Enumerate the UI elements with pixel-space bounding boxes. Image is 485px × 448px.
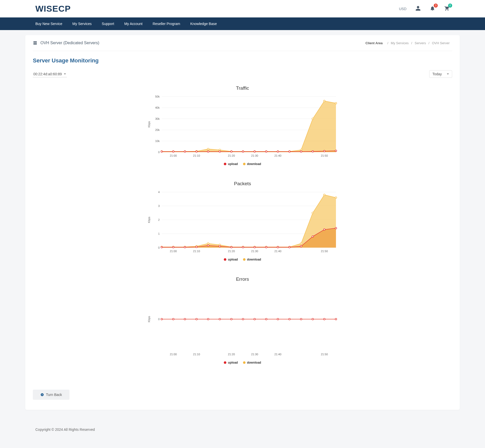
svg-point-98 [300, 245, 302, 247]
svg-point-89 [196, 246, 197, 248]
svg-point-141 [324, 318, 325, 320]
svg-point-140 [312, 318, 313, 320]
svg-point-37 [161, 151, 162, 152]
svg-text:21:30: 21:30 [251, 250, 258, 253]
svg-point-51 [324, 150, 325, 152]
turn-back-label: Turn Back [46, 393, 62, 397]
svg-point-36 [335, 102, 337, 104]
svg-point-129 [184, 318, 186, 320]
svg-text:20k: 20k [155, 128, 160, 131]
svg-rect-1 [33, 43, 37, 45]
svg-point-137 [277, 318, 279, 320]
svg-point-43 [231, 151, 232, 152]
breadcrumb-item-0[interactable]: My Services [391, 41, 409, 45]
svg-text:Kbps: Kbps [148, 217, 151, 223]
svg-text:3: 3 [158, 204, 160, 207]
svg-point-48 [289, 151, 290, 152]
logo[interactable]: WISECP [35, 4, 71, 14]
mac-address-select[interactable]: 00:22:4d:a0:60:89 [33, 71, 67, 77]
user-icon[interactable] [415, 6, 421, 12]
turn-back-button[interactable]: Turn Back [33, 390, 69, 400]
svg-point-26 [219, 149, 221, 151]
svg-text:0: 0 [158, 318, 160, 321]
svg-text:21:10: 21:10 [193, 353, 200, 356]
svg-text:10k: 10k [155, 139, 160, 143]
svg-point-135 [254, 318, 255, 320]
breadcrumb-item-1[interactable]: Servers [415, 41, 426, 45]
svg-point-50 [312, 151, 313, 152]
svg-point-84 [324, 194, 325, 196]
breadcrumb: Client Area /My Services/Servers/OVH Ser… [364, 41, 452, 45]
svg-point-93 [242, 246, 244, 248]
currency-selector[interactable]: USD [399, 7, 406, 11]
svg-text:0: 0 [158, 151, 160, 154]
server-icon [33, 41, 37, 45]
svg-point-46 [265, 151, 267, 152]
period-select[interactable]: Today [429, 70, 452, 78]
svg-text:21:20: 21:20 [228, 250, 235, 253]
breadcrumb-item-2[interactable]: OVH Server [432, 41, 450, 45]
svg-point-40 [196, 151, 197, 152]
svg-point-134 [242, 318, 244, 320]
svg-text:Kbps: Kbps [148, 121, 151, 128]
nav-item-4[interactable]: Reseller Program [153, 17, 180, 30]
svg-point-82 [300, 243, 302, 244]
notification-badge: 3 [434, 4, 438, 8]
cart-icon[interactable]: 0 [444, 6, 450, 12]
svg-point-90 [207, 245, 209, 246]
svg-point-95 [265, 246, 267, 248]
svg-text:4: 4 [158, 191, 160, 194]
legend-download[interactable]: download [243, 258, 261, 261]
svg-point-25 [207, 148, 209, 150]
svg-point-132 [219, 318, 221, 320]
svg-text:21:20: 21:20 [228, 154, 235, 157]
nav-item-2[interactable]: Support [102, 17, 114, 30]
svg-point-87 [173, 246, 174, 248]
nav-item-0[interactable]: Buy New Service [35, 17, 62, 30]
svg-point-138 [289, 318, 290, 320]
svg-point-97 [289, 246, 290, 248]
svg-text:21:50: 21:50 [321, 250, 328, 253]
svg-text:21:10: 21:10 [193, 250, 200, 253]
svg-point-35 [324, 100, 325, 102]
svg-point-128 [173, 318, 174, 320]
nav-item-5[interactable]: Knowledge Base [190, 17, 217, 30]
svg-text:21:00: 21:00 [170, 353, 177, 356]
top-header: WISECP USD 3 0 [0, 0, 485, 17]
main-panel: OVH Server (Dedicated Servers) Client Ar… [25, 35, 460, 410]
svg-point-47 [277, 151, 279, 152]
back-arrow-icon [40, 393, 44, 396]
svg-point-99 [312, 236, 313, 237]
svg-point-86 [161, 246, 162, 248]
notification-icon[interactable]: 3 [430, 6, 435, 12]
legend-download[interactable]: download [243, 361, 261, 364]
svg-point-44 [242, 151, 244, 152]
svg-text:21:40: 21:40 [274, 353, 281, 356]
svg-point-101 [335, 227, 337, 229]
chart-title-1: Packets [45, 181, 440, 186]
legend-upload[interactable]: upload [224, 361, 238, 364]
svg-rect-0 [33, 41, 37, 43]
svg-point-83 [312, 212, 313, 214]
svg-point-130 [196, 318, 197, 320]
svg-text:21:30: 21:30 [251, 154, 258, 157]
nav-item-1[interactable]: My Services [72, 17, 92, 30]
chart-2: 0Kbps21:0021:1021:2021:3021:4021:50 [147, 285, 338, 358]
nav-item-3[interactable]: My Account [124, 17, 142, 30]
svg-text:1: 1 [158, 232, 160, 235]
breadcrumb-active[interactable]: Client Area [366, 41, 383, 45]
svg-text:21:00: 21:00 [170, 154, 177, 157]
main-nav: Buy New ServiceMy ServicesSupportMy Acco… [0, 17, 485, 30]
svg-point-52 [335, 150, 337, 152]
svg-point-85 [335, 197, 337, 198]
svg-point-49 [300, 151, 302, 152]
chart-title-2: Errors [45, 276, 440, 282]
svg-point-139 [300, 318, 302, 320]
svg-point-42 [219, 151, 221, 152]
chart-legend-0: upload download [45, 162, 440, 166]
svg-point-91 [219, 245, 221, 247]
legend-upload[interactable]: upload [224, 258, 238, 261]
legend-download[interactable]: download [243, 162, 261, 166]
cart-badge: 0 [448, 4, 452, 8]
legend-upload[interactable]: upload [224, 162, 238, 166]
